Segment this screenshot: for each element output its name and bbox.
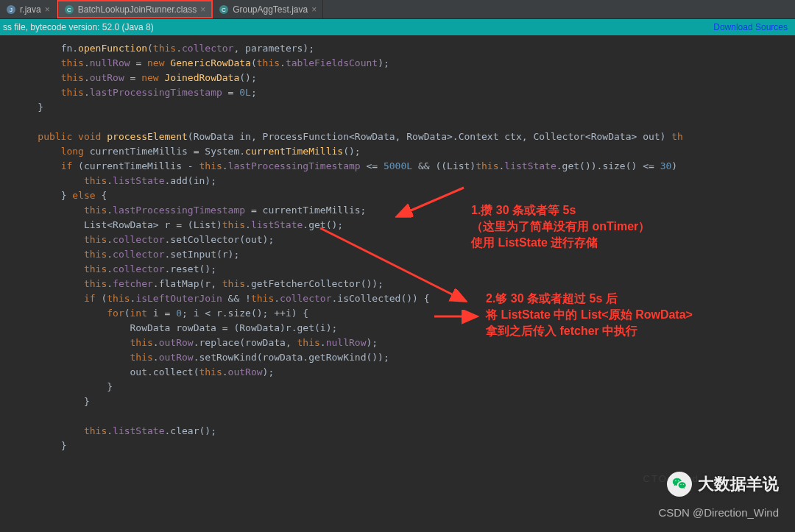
csdn-watermark: CSDN @Direction_Wind — [658, 506, 779, 519]
java-file-icon: J — [6, 4, 16, 15]
code-line: if (currentTimeMillis - this.lastProcess… — [15, 159, 795, 174]
svg-text:C: C — [67, 7, 71, 13]
code-line — [15, 409, 795, 424]
code-line: for(int i = 0; i < r.size(); ++i) { — [15, 306, 795, 321]
close-icon[interactable]: × — [45, 4, 50, 15]
code-line: this.lastProcessingTimestamp = 0L; — [15, 85, 795, 100]
code-line: } — [15, 439, 795, 453]
code-line: this.fetcher.flatMap(r, this.getFetcherC… — [15, 277, 795, 291]
code-line: this.nullRow = new GenericRowData(this.t… — [15, 56, 795, 71]
tab-label: GroupAggTest.java — [233, 4, 308, 15]
code-line: RowData rowData = (RowData)r.get(i); — [15, 321, 795, 336]
svg-text:C: C — [222, 7, 226, 13]
code-line: if (this.isLeftOuterJoin && !this.collec… — [15, 291, 795, 306]
code-line: this.collector.setCollector(out); — [15, 233, 795, 247]
wechat-watermark: 大数据羊说 — [667, 472, 779, 497]
code-line: } — [15, 394, 795, 409]
tab-label: BatchLookupJoinRunner.class — [78, 4, 197, 15]
editor-tabs: J r.java × C BatchLookupJoinRunner.class… — [0, 0, 795, 19]
java-class-icon: C — [64, 4, 74, 15]
tab-file-1[interactable]: C BatchLookupJoinRunner.class × — [57, 0, 213, 18]
code-line: fn.openFunction(this.collector, paramete… — [15, 41, 795, 56]
close-icon[interactable]: × — [311, 4, 317, 15]
notice-text: ss file, bytecode version: 52.0 (Java 8) — [3, 22, 154, 32]
code-line: this.listState.clear(); — [15, 424, 795, 439]
decompiled-notice-bar: ss file, bytecode version: 52.0 (Java 8)… — [0, 19, 795, 35]
code-line: this.listState.add(in); — [15, 174, 795, 188]
tab-file-0[interactable]: J r.java × — [0, 0, 57, 18]
java-file-icon: C — [219, 4, 229, 15]
code-line: long currentTimeMillis = System.currentT… — [15, 144, 795, 159]
svg-text:J: J — [10, 7, 13, 13]
code-line: this.collector.reset(); — [15, 262, 795, 277]
wechat-icon — [667, 472, 692, 497]
code-line: this.outRow = new JoinedRowData(); — [15, 71, 795, 85]
code-line: this.outRow.replace(rowData, this.nullRo… — [15, 336, 795, 350]
download-sources-link[interactable]: Download Sources — [713, 22, 788, 32]
tab-file-2[interactable]: C GroupAggTest.java × — [213, 0, 323, 18]
code-line: this.lastProcessingTimestamp = currentTi… — [15, 203, 795, 218]
code-line: } else { — [15, 188, 795, 203]
code-line: public void processElement(RowData in, P… — [15, 130, 795, 144]
code-line: this.outRow.setRowKind(rowData.getRowKin… — [15, 350, 795, 365]
close-icon[interactable]: × — [200, 4, 205, 15]
code-line: List<RowData> r = (List)this.listState.g… — [15, 218, 795, 233]
code-line: out.collect(this.outRow); — [15, 365, 795, 380]
code-line: this.collector.setInput(r); — [15, 247, 795, 262]
code-line: } — [15, 100, 795, 115]
code-line: } — [15, 380, 795, 394]
tab-label: r.java — [20, 4, 41, 15]
watermark-text: 大数据羊说 — [698, 473, 779, 495]
code-editor[interactable]: fn.openFunction(this.collector, paramete… — [0, 35, 795, 459]
code-line — [15, 115, 795, 130]
